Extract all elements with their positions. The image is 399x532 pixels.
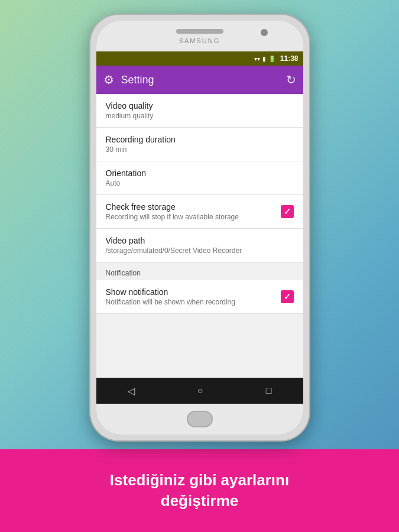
home-button[interactable]: ○ xyxy=(197,385,203,396)
setting-check-free-storage-content: Check free storage Recording will stop i… xyxy=(106,202,281,221)
banner-line1: Istediğiniz gibi ayarlarını xyxy=(110,470,289,491)
wifi-icon: ▾▾ xyxy=(254,56,260,62)
setting-recording-duration-title: Recording duration xyxy=(106,135,294,144)
setting-check-free-storage[interactable]: Check free storage Recording will stop i… xyxy=(96,195,303,229)
setting-video-quality[interactable]: Video quality medium quality xyxy=(96,94,303,128)
setting-recording-duration[interactable]: Recording duration 30 min xyxy=(96,128,303,161)
signal-icon: ▮ xyxy=(262,56,266,62)
samsung-label: SAMSUNG xyxy=(179,37,220,44)
setting-orientation-title: Orientation xyxy=(106,168,294,178)
setting-check-free-storage-title: Check free storage xyxy=(106,202,281,212)
setting-orientation-subtitle: Auto xyxy=(106,179,294,187)
notification-section-label: Notification xyxy=(106,269,141,277)
bottom-bezel xyxy=(96,404,303,434)
notification-section-header: Notification xyxy=(96,262,303,280)
toolbar-title: Setting xyxy=(121,74,286,86)
app-toolbar: ⚙ Setting ↻ xyxy=(96,66,303,94)
bottom-nav: ◁ ○ □ xyxy=(96,378,303,404)
setting-video-quality-subtitle: medium quality xyxy=(106,112,294,120)
setting-video-path-content: Video path /storage/emulated/0/Secret Vi… xyxy=(106,236,294,255)
status-time: 11:38 xyxy=(280,54,299,63)
battery-icon: 🔋 xyxy=(268,56,275,62)
setting-show-notification-subtitle: Notification will be shown when recordin… xyxy=(106,298,281,306)
banner-line2: değiştirme xyxy=(161,491,239,511)
bottom-banner: Istediğiniz gibi ayarlarını değiştirme xyxy=(0,449,399,532)
setting-video-path[interactable]: Video path /storage/emulated/0/Secret Vi… xyxy=(96,229,303,262)
phone-wrapper: SAMSUNG ▾▾ ▮ 🔋 11:38 ⚙ Setting ↻ xyxy=(0,0,399,449)
setting-video-quality-content: Video quality medium quality xyxy=(106,101,294,120)
setting-video-path-subtitle: /storage/emulated/0/Secret Video Recorde… xyxy=(106,246,294,255)
setting-show-notification-title: Show notification xyxy=(106,287,281,297)
gear-icon: ⚙ xyxy=(103,73,114,87)
home-physical-button[interactable] xyxy=(187,411,213,427)
top-bezel: SAMSUNG xyxy=(96,21,303,51)
show-notification-checkbox[interactable] xyxy=(281,290,294,303)
setting-show-notification-content: Show notification Notification will be s… xyxy=(106,287,281,306)
setting-video-quality-title: Video quality xyxy=(106,101,294,111)
setting-recording-duration-subtitle: 30 min xyxy=(106,145,294,154)
recent-button[interactable]: □ xyxy=(266,385,272,396)
status-icons: ▾▾ ▮ 🔋 11:38 xyxy=(254,54,299,63)
refresh-icon[interactable]: ↻ xyxy=(286,73,296,87)
setting-show-notification[interactable]: Show notification Notification will be s… xyxy=(96,280,303,314)
setting-recording-duration-content: Recording duration 30 min xyxy=(106,135,294,154)
phone-inner: SAMSUNG ▾▾ ▮ 🔋 11:38 ⚙ Setting ↻ xyxy=(96,21,303,434)
settings-list[interactable]: Video quality medium quality Recording d… xyxy=(96,94,303,378)
setting-check-free-storage-subtitle: Recording will stop if low available sto… xyxy=(106,213,281,221)
check-free-storage-checkbox[interactable] xyxy=(281,205,294,218)
speaker xyxy=(176,29,223,34)
setting-orientation[interactable]: Orientation Auto xyxy=(96,161,303,195)
setting-video-path-title: Video path xyxy=(106,236,294,245)
back-button[interactable]: ◁ xyxy=(128,385,135,397)
camera xyxy=(261,29,268,36)
setting-orientation-content: Orientation Auto xyxy=(106,168,294,187)
status-bar: ▾▾ ▮ 🔋 11:38 xyxy=(96,51,303,66)
phone-outer: SAMSUNG ▾▾ ▮ 🔋 11:38 ⚙ Setting ↻ xyxy=(90,15,309,440)
